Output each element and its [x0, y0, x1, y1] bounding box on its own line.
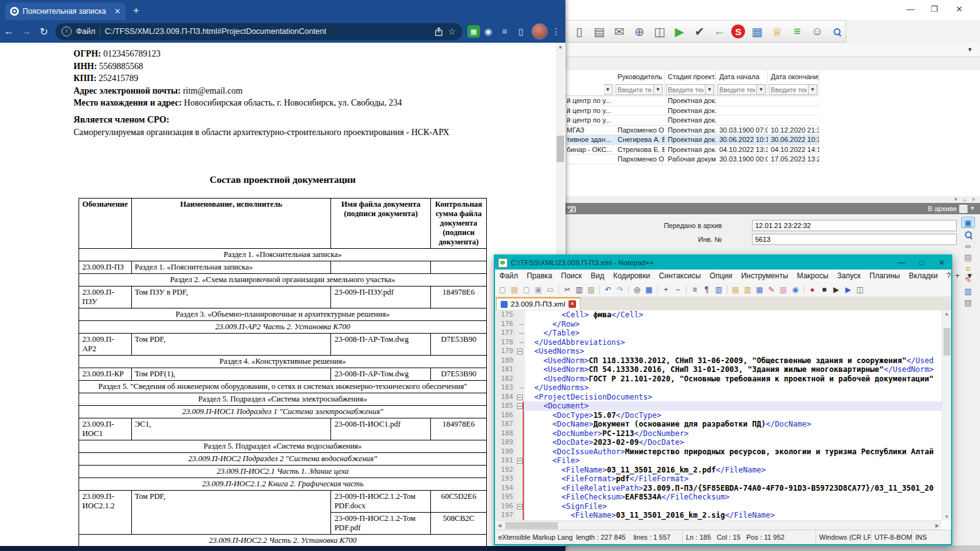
- grid-row[interactable]: тивное здан...Снегирева А. В....Проектна…: [564, 135, 819, 145]
- scroll-left-icon[interactable]: ◀: [495, 523, 504, 528]
- org-tree-icon[interactable]: ≡: [789, 23, 805, 40]
- bookmark-star-icon[interactable]: ☆: [448, 26, 456, 36]
- line-number[interactable]: 188: [495, 429, 516, 439]
- copy-icon[interactable]: ▥: [574, 285, 584, 295]
- chevron-down-icon[interactable]: ▼: [604, 84, 612, 95]
- play-all-icon[interactable]: ▶: [843, 285, 853, 295]
- line-number[interactable]: 186: [495, 411, 516, 420]
- doc-switcher-icon[interactable]: ▦: [754, 285, 765, 295]
- replace-icon[interactable]: ▦: [644, 285, 654, 295]
- print-icon[interactable]: ▭: [545, 285, 555, 295]
- scroll-up-icon[interactable]: ▲: [556, 43, 565, 52]
- tab-close-icon[interactable]: ✕: [569, 300, 576, 308]
- save-macro-icon[interactable]: ◫: [855, 285, 865, 295]
- paste-icon[interactable]: ▧: [586, 285, 596, 295]
- scroll-right-icon[interactable]: ▶: [933, 523, 942, 528]
- menu-Инструменты[interactable]: Инструменты: [737, 271, 793, 280]
- panel-close-icon[interactable]: ✕: [971, 196, 976, 203]
- back-icon[interactable]: ←: [0, 26, 18, 37]
- wrap-icon[interactable]: ≡: [690, 285, 700, 295]
- grid-column-header[interactable]: Дата окончания: [768, 70, 819, 84]
- line-number[interactable]: 178: [495, 338, 516, 347]
- adblock-extension-icon[interactable]: ▦: [467, 25, 480, 38]
- menu-Вид[interactable]: Вид: [586, 271, 609, 280]
- line-number[interactable]: 183: [495, 383, 516, 393]
- app-restore-button[interactable]: ❐: [925, 3, 944, 16]
- search-icon[interactable]: [962, 229, 974, 239]
- chevron-down-icon[interactable]: ▼: [705, 84, 714, 95]
- cut-icon[interactable]: ✂: [562, 285, 572, 295]
- menu-Синтаксисы[interactable]: Синтаксисы: [655, 271, 705, 280]
- tab-close-icon[interactable]: ✕: [114, 7, 121, 16]
- grid-row[interactable]: МГАЗПархоменко О....Проектная док...30.0…: [564, 126, 819, 136]
- grid-row[interactable]: бинар - ОКС...Стрелкова Е. В....Проектна…: [564, 145, 819, 155]
- fold-collapse-icon[interactable]: [517, 458, 523, 464]
- code-editor[interactable]: 175 <Cell> фмва</Cell>176 </Row>177 </Ta…: [495, 310, 942, 520]
- award-icon[interactable]: ♕: [769, 23, 785, 40]
- archive-date-field[interactable]: [752, 220, 957, 231]
- inventory-number-field[interactable]: [752, 234, 957, 245]
- mail-icon[interactable]: ✉: [611, 23, 628, 40]
- undo-icon[interactable]: ↶: [603, 285, 613, 295]
- line-number[interactable]: 181: [495, 365, 516, 374]
- chevron-down-icon[interactable]: ▼: [808, 84, 817, 95]
- sidebar-icon[interactable]: ▯: [513, 26, 529, 36]
- scroll-up-icon[interactable]: ▲: [942, 311, 951, 317]
- notepad-maximize-button[interactable]: □: [912, 256, 931, 270]
- archive-page-icon[interactable]: [959, 205, 967, 213]
- func-list-icon[interactable]: ▥: [743, 285, 753, 295]
- line-number[interactable]: 185: [495, 401, 516, 411]
- new-tab-button[interactable]: +: [133, 5, 139, 16]
- grid-column-header[interactable]: Стадия проект...: [665, 70, 716, 84]
- fold-collapse-icon[interactable]: [517, 349, 523, 354]
- line-number[interactable]: 190: [495, 447, 516, 457]
- globe-icon[interactable]: ⊕: [631, 23, 648, 40]
- check-icon[interactable]: ✔: [692, 23, 708, 40]
- fold-margin[interactable]: [516, 329, 525, 338]
- line-number[interactable]: 197: [495, 511, 516, 520]
- edit-icon[interactable]: ✎: [766, 285, 776, 295]
- grid-row[interactable]: й центр по у...Проектная док...: [564, 106, 819, 116]
- fold-margin[interactable]: [516, 338, 525, 347]
- line-number[interactable]: 189: [495, 438, 516, 447]
- scrollbar-thumb[interactable]: [505, 522, 558, 529]
- line-number[interactable]: 180: [495, 356, 516, 366]
- line-number[interactable]: 182: [495, 374, 516, 384]
- line-number[interactable]: 184: [495, 393, 516, 402]
- app-minimize-button[interactable]: —: [901, 3, 920, 16]
- fold-margin[interactable]: [516, 383, 525, 393]
- page-icon[interactable]: ▯: [571, 23, 587, 40]
- grid-row[interactable]: й центр по у...Проектная док...: [564, 96, 819, 106]
- grid-row[interactable]: й центр по у...Проектная док...: [564, 116, 819, 126]
- menu-Вкладки[interactable]: Вкладки: [905, 271, 942, 280]
- menu-Кодировки[interactable]: Кодировки: [609, 271, 655, 280]
- chevron-down-icon[interactable]: ▼: [970, 203, 975, 214]
- browser-tab[interactable]: Пояснительная записка ✕: [5, 3, 126, 20]
- open-folder-icon[interactable]: ▤: [509, 285, 520, 295]
- breadcrumb[interactable]: º2): [567, 205, 576, 212]
- scrollbar-thumb[interactable]: [944, 328, 950, 356]
- line-number[interactable]: 192: [495, 466, 516, 475]
- menu-Файл[interactable]: Файл: [495, 271, 523, 280]
- fold-collapse-icon[interactable]: [517, 403, 523, 409]
- link-icon[interactable]: ∞: [962, 241, 974, 251]
- line-number[interactable]: 177: [495, 329, 516, 338]
- notepad-tab[interactable]: 23.009.П-ПЗ.xml ✕: [496, 297, 580, 310]
- line-number[interactable]: 191: [495, 456, 516, 466]
- line-number[interactable]: 179: [495, 347, 516, 356]
- menu-?[interactable]: ?: [942, 271, 956, 280]
- grid-column-header[interactable]: Руководитель: [614, 70, 665, 84]
- grid-row[interactable]: Пархоменко О....Рабочая докум...30.03.19…: [564, 155, 819, 165]
- fold-margin[interactable]: [516, 365, 525, 374]
- menu-Плагины[interactable]: Плагины: [865, 271, 905, 280]
- line-number[interactable]: 176: [495, 320, 516, 329]
- zoom-out-icon[interactable]: −: [673, 285, 683, 295]
- url-text[interactable]: C:/TFSS/XML/23.009.П-ПЗ.html#ProjectDocu…: [105, 27, 430, 36]
- back-arrow-icon[interactable]: ←: [711, 23, 727, 40]
- fold-margin[interactable]: [516, 347, 525, 356]
- show-symbols-icon[interactable]: ¶: [702, 285, 712, 295]
- notepad-titlebar[interactable]: C:\TFSS\XML\23.009.П-ПЗ.xml - Notepad++ …: [495, 256, 951, 270]
- chevron-down-icon[interactable]: ▼: [757, 84, 766, 95]
- search-icon[interactable]: [829, 23, 846, 40]
- panel-pin-icon[interactable]: ⊥: [962, 196, 967, 203]
